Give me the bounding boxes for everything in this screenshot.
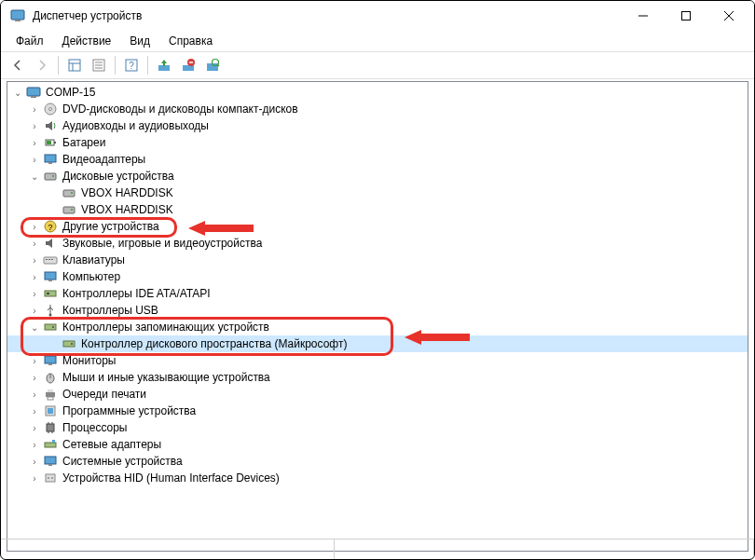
window-title: Диспетчер устройств [33, 9, 622, 22]
back-button[interactable] [7, 54, 29, 76]
svg-point-49 [52, 326, 54, 328]
node-label: Компьютер [62, 268, 120, 285]
expand-icon[interactable]: › [28, 136, 41, 149]
close-button[interactable] [707, 2, 750, 30]
scan-hardware-button[interactable] [201, 54, 224, 76]
tree-node-sound[interactable]: › Звуковые, игровые и видеоустройства [7, 235, 748, 252]
expand-icon[interactable]: ⌄ [28, 321, 41, 334]
tree-node-disk-item[interactable]: › VBOX HARDDISK [7, 184, 748, 201]
sound-icon [43, 236, 58, 251]
expand-icon[interactable]: › [28, 404, 41, 417]
svg-rect-40 [46, 259, 48, 260]
svg-rect-57 [48, 389, 53, 392]
tree-node-storage-controller[interactable]: › Контроллер дискового пространства (Май… [7, 335, 748, 352]
expand-icon[interactable]: › [28, 471, 41, 485]
tree-node-storage[interactable]: ⌄ Контроллеры запоминающих устройств [7, 319, 748, 335]
svg-rect-60 [48, 408, 53, 414]
expand-icon[interactable]: › [28, 388, 41, 401]
node-label: Контроллеры IDE ATA/ATAPI [62, 285, 211, 302]
expand-icon[interactable]: › [28, 371, 41, 384]
tree-node-video[interactable]: › Видеоадаптеры [7, 151, 748, 168]
title-bar: Диспетчер устройств [1, 1, 754, 31]
battery-icon [43, 135, 58, 150]
expand-icon[interactable]: › [28, 270, 41, 283]
menu-view[interactable]: Вид [122, 33, 158, 49]
audio-icon [43, 118, 58, 133]
storage-controller-icon [62, 336, 76, 351]
expand-icon[interactable]: › [28, 153, 41, 166]
expand-icon[interactable]: ⌄ [11, 86, 24, 99]
menu-help[interactable]: Справка [161, 33, 220, 49]
expand-icon[interactable]: › [28, 421, 41, 434]
node-label: Аудиовходы и аудиовыходы [62, 117, 209, 134]
tree-root[interactable]: ⌄ COMP-15 [7, 84, 748, 101]
node-label: VBOX HARDDISK [81, 201, 173, 218]
computer-icon [43, 269, 58, 284]
tree-node-ide[interactable]: › Контроллеры IDE ATA/ATAPI [7, 285, 748, 302]
controller-icon [43, 286, 58, 301]
expand-icon[interactable]: › [28, 237, 41, 250]
tree-node-usb[interactable]: › Контроллеры USB [7, 302, 748, 319]
cpu-icon [43, 420, 58, 435]
other-devices-icon: ? [43, 219, 58, 234]
svg-point-25 [49, 108, 52, 111]
svg-rect-41 [48, 259, 50, 260]
tree-node-disk-item[interactable]: › VBOX HARDDISK [7, 201, 748, 218]
expand-icon[interactable]: › [28, 119, 41, 132]
tree-node-cpu[interactable]: › Процессоры [7, 419, 748, 436]
svg-rect-46 [47, 293, 49, 294]
node-label: Программные устройства [62, 403, 196, 419]
device-tree-panel[interactable]: ⌄ COMP-15 › DVD-дисководы и дисководы ко… [7, 81, 748, 552]
tree-node-software[interactable]: › Программные устройства [7, 403, 748, 419]
tree-node-mouse[interactable]: › Мыши и иные указывающие устройства [7, 369, 748, 386]
svg-point-47 [49, 314, 52, 317]
tree-node-monitor[interactable]: › Мониторы [7, 352, 748, 369]
svg-rect-67 [52, 440, 55, 443]
computer-icon [26, 85, 41, 100]
menu-file[interactable]: Файл [8, 33, 51, 49]
tree-node-disk[interactable]: ⌄ Дисковые устройства [7, 168, 748, 184]
svg-rect-58 [48, 397, 53, 400]
properties-button[interactable] [88, 54, 110, 76]
tree-node-network[interactable]: › Сетевые адаптеры [7, 436, 748, 453]
svg-point-36 [71, 209, 73, 211]
tree-node-dvd[interactable]: › DVD-дисководы и дисководы компакт-диск… [7, 101, 748, 117]
uninstall-button[interactable] [177, 54, 199, 76]
expand-icon[interactable]: › [28, 287, 41, 300]
toolbar-separator [115, 56, 116, 75]
expand-icon[interactable]: › [28, 220, 41, 233]
tree-node-print[interactable]: › Очереди печати [7, 386, 748, 403]
tree-node-hid[interactable]: › Устройства HID (Human Interface Device… [7, 470, 748, 486]
expand-icon[interactable]: › [28, 102, 41, 116]
hid-icon [43, 471, 58, 485]
help-toolbar-button[interactable]: ? [120, 54, 143, 76]
tree-node-battery[interactable]: › Батареи [7, 134, 748, 151]
node-label: Мыши и иные указывающие устройства [62, 369, 270, 386]
expand-icon[interactable]: ⌄ [28, 170, 41, 183]
maximize-button[interactable] [665, 2, 707, 30]
expand-icon[interactable]: › [28, 438, 41, 451]
tree-node-other[interactable]: › ? Другие устройства [7, 218, 748, 235]
svg-rect-39 [44, 257, 57, 264]
expand-icon[interactable]: › [28, 304, 41, 317]
tree-node-system[interactable]: › Системные устройства [7, 453, 748, 470]
status-bar [1, 539, 754, 559]
node-label: Клавиатуры [62, 252, 125, 268]
svg-rect-66 [45, 443, 56, 447]
expand-icon[interactable]: › [28, 455, 41, 468]
menu-action[interactable]: Действие [55, 33, 119, 49]
svg-rect-31 [45, 173, 56, 180]
forward-button[interactable] [31, 54, 53, 76]
update-driver-button[interactable] [153, 54, 175, 76]
expand-icon[interactable]: › [28, 253, 41, 266]
show-hide-button[interactable] [63, 54, 86, 76]
svg-rect-45 [45, 291, 56, 296]
tree-node-keyboard[interactable]: › Клавиатуры [7, 252, 748, 268]
svg-rect-22 [27, 88, 40, 96]
tree-node-audio[interactable]: › Аудиовходы и аудиовыходы [7, 117, 748, 134]
node-label: Другие устройства [62, 218, 159, 235]
svg-rect-68 [45, 457, 56, 464]
tree-node-computer[interactable]: › Компьютер [7, 268, 748, 285]
expand-icon[interactable]: › [28, 354, 41, 367]
minimize-button[interactable] [622, 2, 665, 30]
